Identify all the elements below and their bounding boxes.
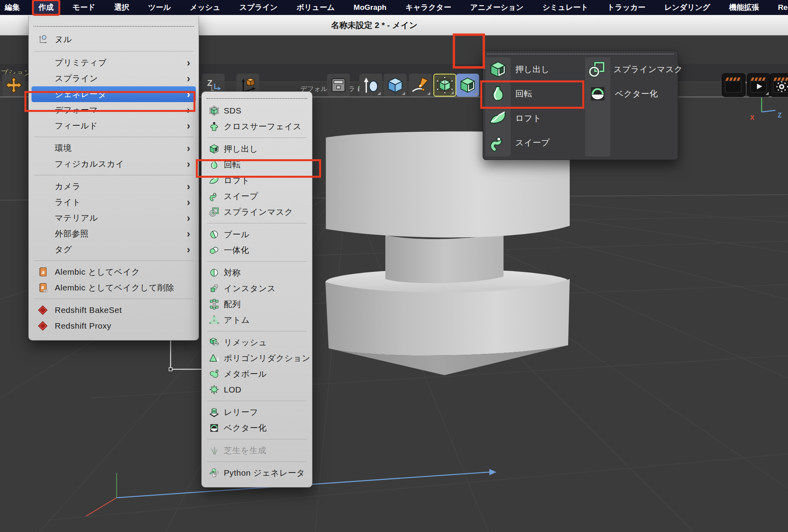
generator-submenu-item-instance[interactable]: インスタンス [204,281,309,296]
chevron-right-icon: › [187,118,190,134]
menubar-item-tools[interactable]: ツール [143,1,176,14]
render-settings-button[interactable] [770,73,788,97]
generator-submenu-item-symmetry[interactable]: 対称 [204,265,309,281]
generator-submenu-item-remesh[interactable]: リメッシュ [204,335,309,350]
alembic-minus-icon: a [37,283,48,293]
menu-item-label: Redshift Proxy [55,321,112,330]
symmetry-icon [209,268,219,278]
generator-submenu-item-metaball[interactable]: メタボール [204,366,309,382]
create-menu-item-light[interactable]: ライト› [32,194,196,210]
subdivision-surface-button[interactable] [433,74,456,97]
palette-item-loft[interactable]: ロフト [485,106,583,130]
generator-submenu-item-relief[interactable]: レリーフ [204,404,309,420]
separator [34,175,193,175]
cinema4d-window: プション デフォルトカメラ Y X Z 名称未設定 2 * - メイン Z 編集… [0,0,788,532]
generator-submenu-item-boole[interactable]: ブール [204,227,309,242]
create-menu-item-bake-as-alembic-and-delete[interactable]: aAlembic としてベイクして削除 [32,280,196,296]
tearoff-handle[interactable] [206,98,307,99]
palette-item-spline-mask[interactable]: スプラインマスク [585,57,683,82]
create-menu-item-primitive[interactable]: プリミティブ› [32,55,196,71]
generator-submenu-item-connect[interactable]: 一体化 [204,242,309,258]
generator-submenu-item-polygon-reduction[interactable]: ポリゴンリダクション [204,350,309,366]
lod-icon [209,385,219,395]
create-menu-panel: ヌルプリミティブ›スプライン›ジェネレータ›デフォーマ›フィールド›環境›フィジ… [28,16,199,340]
create-menu-item-redshift-bakeset[interactable]: Redshift BakeSet [32,302,196,318]
menu-item-label: 外部参照 [55,229,89,238]
metaball-icon [209,369,219,379]
menu-item-label: スプラインマスク [224,207,293,216]
menu-item-label: 回転 [224,160,241,169]
tb-render-play-icon [750,76,768,94]
palette-item-extrude[interactable]: 押し出し [485,57,583,82]
generator-submenu-item-array[interactable]: 配列 [204,296,309,312]
menubar-item-create[interactable]: 作成 [34,1,58,14]
generator-submenu-item-sweep[interactable]: スイープ [204,188,309,204]
move-tool-button[interactable] [2,74,25,97]
menu-item-label: メタボール [224,369,267,378]
generator-submenu-item-sds[interactable]: SDS [204,103,309,119]
palette-column-left: 押し出し回転ロフトスイープ [485,57,583,155]
generator-submenu-item-python-generator[interactable]: Python ジェネレータ [204,465,309,481]
generator-submenu-item-vectorize[interactable]: ベクター化 [204,420,309,436]
menubar-item-mograph[interactable]: MoGraph [349,2,391,13]
menubar: 編集作成モード選択ツールメッシュスプラインボリュームMoGraphキャラクターア… [0,0,788,15]
create-menu-item-material[interactable]: マテリアル› [32,210,196,226]
sweep-icon [485,133,511,152]
create-menu-item-xref[interactable]: 外部参照› [32,226,196,242]
menubar-item-rendering[interactable]: レンダリング [660,1,715,14]
primitive-cube-button[interactable] [384,74,407,97]
generator-submenu-item-spline-mask[interactable]: スプラインマスク [204,204,309,220]
generator-submenu-item-atom[interactable]: アトム [204,312,309,328]
extrude-icon [485,60,511,79]
chevron-right-icon: › [187,179,190,194]
spline-pen-button[interactable] [409,74,432,97]
menubar-item-tracker[interactable]: トラッカー [602,1,650,14]
generator-submenu-item-lod[interactable]: LOD [204,382,309,398]
create-menu-item-camera[interactable]: カメラ› [32,179,196,194]
menubar-item-volume[interactable]: ボリューム [292,1,340,14]
menubar-item-edit[interactable]: 編集 [0,1,24,14]
create-menu-item-generator[interactable]: ジェネレータ› [32,86,196,102]
menubar-item-mesh[interactable]: メッシュ [185,1,225,14]
svg-text:a: a [42,269,45,275]
menubar-item-character[interactable]: キャラクター [401,1,456,14]
tearoff-handle[interactable] [33,26,194,27]
sds-icon [209,106,219,116]
create-menu-item-redshift-proxy[interactable]: Redshift Proxy [32,318,196,334]
create-menu-item-null[interactable]: ヌル [32,31,196,48]
palette-item-lathe[interactable]: 回転 [485,82,583,106]
menu-item-label: Python ジェネレータ [224,468,305,477]
create-menu-item-physical-sky[interactable]: フィジカルスカイ› [32,156,196,172]
generator-submenu-item-extrude[interactable]: 押し出し [204,141,309,157]
palette-item-sweep[interactable]: スイープ [485,130,583,155]
modeling-null-tool-button[interactable] [359,74,382,97]
null-axis-icon [37,34,48,45]
generator-submenu-item-loft[interactable]: ロフト [204,173,309,188]
create-menu-item-bake-as-alembic[interactable]: aAlembic としてベイク [32,264,196,280]
create-menu-item-spline[interactable]: スプライン› [32,71,196,86]
generator-submenu-item-lathe[interactable]: 回転 [204,157,309,173]
create-menu-item-field[interactable]: フィールド› [32,118,196,134]
menubar-item-extensions[interactable]: 機能拡張 [725,1,764,14]
document-title: 名称未設定 2 * - メイン [331,20,418,31]
menubar-item-select[interactable]: 選択 [110,1,134,14]
bake-objects-button[interactable] [327,74,350,97]
menubar-item-redshift[interactable]: Redshift [773,2,788,13]
vectorize-icon [209,423,219,433]
render-picture-viewer-button[interactable] [747,73,771,97]
menu-item-label: クロスサーフェイス [224,122,301,131]
svg-text:a: a [41,285,44,290]
render-view-button[interactable] [722,73,745,97]
menubar-item-spline[interactable]: スプライン [235,1,282,14]
create-menu-item-environment[interactable]: 環境› [32,140,196,156]
create-menu-item-deformer[interactable]: デフォーマ› [32,102,196,118]
create-menu-item-tag[interactable]: タグ› [32,242,196,257]
menubar-item-animation[interactable]: アニメーション [465,1,528,14]
menu-item-label: Alembic としてベイクして削除 [55,283,174,292]
generators-button[interactable] [456,74,479,97]
menubar-item-simulate[interactable]: シミュレート [538,1,593,14]
palette-item-vectorize[interactable]: ベクター化 [585,82,683,106]
generator-submenu-item-cross-surface[interactable]: クロスサーフェイス [204,119,309,134]
tearoff-handle[interactable] [487,54,674,54]
menubar-item-mode[interactable]: モード [68,1,100,14]
